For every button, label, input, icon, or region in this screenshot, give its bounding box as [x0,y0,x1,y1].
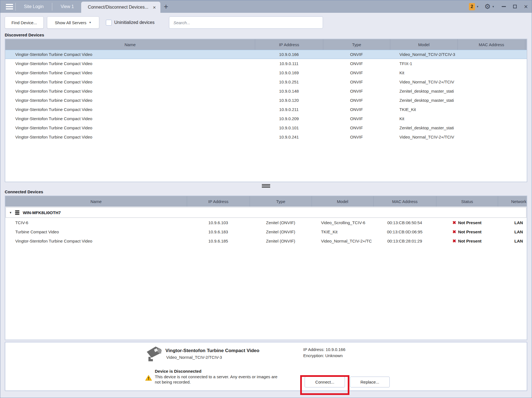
column-header-name[interactable]: Name [5,196,187,207]
menu-icon[interactable] [5,3,14,11]
column-header-extra [525,39,527,50]
cell-type: Zenitel (ONVIF) [250,220,312,225]
table-row[interactable]: Vingtor-Stentofon Turbine Compact Video1… [5,68,527,77]
maximize-icon [513,5,517,8]
detail-device-title: Vingtor-Stentofon Turbine Compact Video [165,348,259,353]
tab-connect-disconnect-devices[interactable]: Connect/Disconnect Devices... × [81,2,160,13]
table-row[interactable]: Vingtor-Stentofon Turbine Compact Video1… [5,77,527,86]
server-icon [14,210,20,215]
cell-type: ONVIF [323,116,390,121]
not-present-x-icon: ✖ [453,220,456,225]
cell-mac: 00:13:CB:28:01:29 [373,239,436,243]
table-row[interactable]: Vingtor-Stentofon Turbine Compact Video1… [5,86,527,96]
table-row[interactable]: TCIV-610.9.6.103Zenitel (ONVIF)Video_Scr… [5,218,527,227]
cell-name: Vingtor-Stentofon Turbine Compact Video [5,80,255,84]
replace-button[interactable]: Replace... [350,377,390,387]
column-header-network[interactable]: Network [498,196,527,207]
new-tab-button[interactable]: + [164,3,168,11]
cell-type: ONVIF [323,107,390,112]
tab-separator [15,3,16,11]
status-text-line2: not being recorded. [155,380,191,384]
cell-type: ONVIF [323,80,390,84]
column-header-mac-address[interactable]: MAC Address [458,39,525,50]
tab-site-login[interactable]: Site Login [17,0,51,13]
table-row[interactable]: Vingtor-Stentofon Turbine Compact Video1… [5,96,527,105]
table-row[interactable]: Vingtor-Stentofon Turbine Compact Video1… [5,123,527,132]
server-group-row[interactable]: ▼ WIN-MFK8LI0OTH7 [6,207,526,218]
cell-model: Video_Normal_TCIV-2/TCIV-3 [390,52,458,57]
table-row[interactable]: Vingtor-Stentofon Turbine Compact Video1… [5,59,527,68]
column-header-status[interactable]: Status [436,196,498,207]
column-header-type[interactable]: Type [250,196,312,207]
tab-label: Site Login [24,4,44,9]
cell-mac: 00:13:CB:06:50:54 [373,220,436,225]
cell-name: Vingtor-Stentofon Turbine Compact Video [5,52,255,57]
table-row[interactable]: Vingtor-Stentofon Turbine Compact Video1… [5,236,527,246]
connected-devices-table: NameIP AddressTypeModelMAC AddressStatus… [5,196,527,340]
column-header-ip-address[interactable]: IP Address [187,196,250,207]
toolbar: Find Device... Show All Servers ▼ Uninit… [5,16,527,29]
cell-name: TCIV-6 [5,220,187,225]
notification-badge[interactable]: 2 [469,3,475,10]
cell-ip: 10.9.0.209 [255,116,323,121]
cell-status: ✖Not Present [436,238,498,244]
cell-ip: 10.9.6.103 [187,220,250,225]
column-header-ip-address[interactable]: IP Address [255,39,323,50]
discovered-devices-title: Discovered Devices [5,33,527,37]
close-tab-icon[interactable]: × [153,5,156,10]
discovered-table-body: Vingtor-Stentofon Turbine Compact Video1… [5,50,527,142]
table-row[interactable]: Turbine Compact Video10.9.6.183Zenitel (… [5,227,527,236]
cell-ip: 10.9.0.211 [255,107,323,112]
cell-type: Zenitel (ONVIF) [250,229,312,234]
discovered-devices-table: NameIP AddressTypeModelMAC Address Vingt… [5,39,527,182]
cell-ip: 10.9.0.148 [255,89,323,93]
cell-model: TKIE_Kit [390,107,458,112]
not-present-x-icon: ✖ [453,238,456,244]
connected-devices-title: Connected Devices [5,189,527,194]
table-row[interactable]: Vingtor-Stentofon Turbine Compact Video1… [5,132,527,142]
cell-model: Video_Scrolling_TCIV-6 [312,220,373,225]
expand-collapse-icon[interactable]: ▼ [9,211,12,214]
connect-button[interactable]: Connect... [305,377,345,387]
maximize-button[interactable] [513,5,517,8]
search-input[interactable] [169,16,323,29]
minimize-button[interactable] [502,6,506,7]
not-present-x-icon: ✖ [453,229,456,234]
splitter-handle[interactable] [5,182,527,189]
cell-ip: 10.9.0.241 [255,135,323,139]
column-header-name[interactable]: Name [5,39,255,50]
tab-label: Connect/Disconnect Devices... [88,5,148,10]
show-all-servers-dropdown[interactable]: Show All Servers ▼ [47,16,99,29]
cell-name: Vingtor-Stentofon Turbine Compact Video [5,107,255,112]
minimize-icon [502,6,506,7]
show-all-servers-label: Show All Servers [55,20,86,25]
cell-ip: 10.9.0.101 [255,125,323,130]
cell-type: ONVIF [323,125,390,130]
cell-model: Kit [390,116,458,121]
gear-icon[interactable]: ⚙ [484,3,491,10]
column-header-type[interactable]: Type [323,39,390,50]
status-heading: Device is Disconnected [155,369,202,374]
tab-view-1[interactable]: View 1 [53,0,81,13]
detail-ip-address: IP Address: 10.9.0.166 [303,347,345,352]
content-area: Find Device... Show All Servers ▼ Uninit… [0,16,532,391]
table-row[interactable]: Vingtor-Stentofon Turbine Compact Video1… [5,114,527,123]
detail-device-model: Video_Normal_TCIV-2/TCIV-3 [166,355,222,360]
cell-network: LAN [498,220,527,225]
detail-encryption: Encryption: Unknown [303,353,343,358]
chevron-down-icon[interactable]: ▼ [476,5,479,8]
column-header-model[interactable]: Model [390,39,458,50]
cell-model: Video_Normal_TCIV-2+/TCIV [390,135,458,139]
column-header-mac-address[interactable]: MAC Address [373,196,436,207]
column-header-model[interactable]: Model [312,196,373,207]
close-button[interactable]: × [524,3,528,10]
find-device-button[interactable]: Find Device... [5,16,44,29]
cell-model: Kit [390,70,458,75]
cell-model: Zenitel_desktop_master_stati [390,89,458,93]
discovered-table-header: NameIP AddressTypeModelMAC Address [5,39,527,50]
table-row[interactable]: Vingtor-Stentofon Turbine Compact Video1… [5,50,527,59]
chevron-down-icon[interactable]: ▼ [492,5,494,8]
uninitialized-devices-checkbox[interactable] [106,20,112,26]
cell-model: Zenitel_desktop_master_stati [390,98,458,103]
table-row[interactable]: Vingtor-Stentofon Turbine Compact Video1… [5,105,527,114]
